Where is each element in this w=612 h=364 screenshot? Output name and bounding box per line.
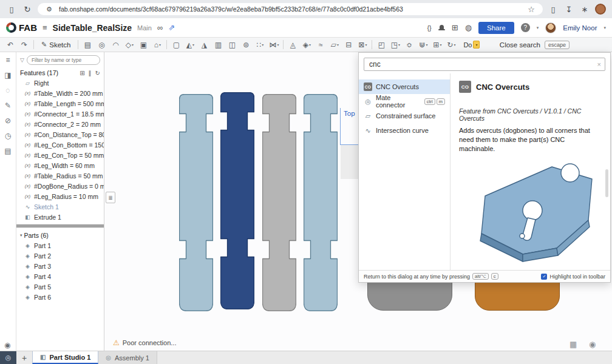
dialog-scrollbar[interactable] bbox=[605, 169, 608, 197]
toolbar-tool-button[interactable]: ≈ bbox=[314, 39, 327, 51]
toolbar-tool-button[interactable]: ▱▾ bbox=[328, 39, 341, 51]
toolbar-tool-button[interactable]: ⊟ bbox=[342, 39, 355, 51]
history-icon[interactable]: ◷ bbox=[5, 132, 11, 140]
part-leg-1[interactable] bbox=[179, 94, 213, 311]
redo-button[interactable]: ↷ bbox=[18, 39, 31, 51]
feature-item-right-plane[interactable]: ▱Right bbox=[16, 78, 104, 88]
browser-reload-icon[interactable]: ↻ bbox=[22, 5, 33, 14]
view-options-icon[interactable]: ▦ bbox=[570, 340, 577, 349]
feature-item-variable[interactable]: (x)#Leg_Radius = 10 mm bbox=[16, 191, 104, 201]
feature-item-extrude-1[interactable]: ◧Extrude 1 bbox=[16, 212, 104, 222]
undo-button[interactable]: ↶ bbox=[4, 39, 17, 51]
document-title[interactable]: SideTable_RealSize bbox=[53, 23, 132, 33]
toolbar-tool-button[interactable]: ◮ bbox=[197, 39, 211, 51]
sketch-button[interactable]: ✎ Sketch bbox=[36, 39, 75, 51]
main-menu-icon[interactable]: ≡ bbox=[42, 23, 47, 32]
help-button[interactable]: ? bbox=[521, 23, 530, 32]
browser-sidepanel-icon[interactable]: ▯ bbox=[6, 5, 17, 14]
toolbar-tool-button[interactable]: ▣ bbox=[137, 39, 150, 51]
toolbar-tool-button[interactable]: ◇▾ bbox=[123, 39, 136, 51]
feature-item-variable[interactable]: (x)#Leg_Con_Top = 50 mm bbox=[16, 150, 104, 160]
feature-item-variable[interactable]: (x)#Con_Distance_Top = 80 ... bbox=[16, 129, 104, 140]
parts-collapse-caret-icon[interactable]: ▾ bbox=[20, 233, 22, 238]
toolbar-tool-button[interactable]: ∷▾ bbox=[253, 39, 267, 51]
pause-regeneration-icon[interactable]: ∥ bbox=[89, 70, 92, 76]
search-result-intersection-curve[interactable]: ∿ Intersection curve bbox=[359, 123, 450, 138]
tab-split-icon[interactable]: ▯ bbox=[548, 5, 559, 14]
reference-manager-icon[interactable]: ⊘ bbox=[5, 116, 11, 125]
panels-icon[interactable]: ◨ bbox=[4, 71, 11, 79]
feature-filter-input[interactable] bbox=[27, 55, 100, 65]
browser-profile-avatar[interactable] bbox=[595, 4, 606, 15]
toolbar-tool-button[interactable]: ⊚ bbox=[239, 39, 253, 51]
help-caret-icon[interactable]: ▾ bbox=[537, 25, 539, 30]
part-leg-3[interactable] bbox=[262, 94, 296, 311]
highlight-tool-checkbox[interactable]: ✓ bbox=[541, 274, 547, 280]
user-avatar[interactable] bbox=[545, 22, 556, 33]
parts-header-row[interactable]: ▾ Parts (6) bbox=[16, 230, 104, 240]
url-bar[interactable]: ⚙ fab.onshape.com/documents/3cf68ac67979… bbox=[38, 3, 543, 15]
toolbar-tool-button[interactable]: ◎ bbox=[95, 39, 108, 51]
toolbar-tool-button[interactable]: ⊠▾ bbox=[356, 39, 369, 51]
close-search-button[interactable]: Close search bbox=[500, 41, 540, 49]
toolbar-tool-button[interactable]: ▤ bbox=[81, 39, 94, 51]
part-list-item[interactable]: ◈Part 1 bbox=[16, 240, 104, 251]
tab-part-studio-1[interactable]: ◧ Part Studio 1 bbox=[32, 351, 98, 364]
extensions-icon[interactable]: ∗ bbox=[579, 5, 590, 14]
resources-icon[interactable]: ◍ bbox=[465, 23, 472, 32]
feature-item-sketch-1[interactable]: ∿Sketch 1 bbox=[16, 201, 104, 212]
feature-item-variable[interactable]: (x)#Table_Length = 500 mm bbox=[16, 98, 104, 109]
part-list-item[interactable]: ◈Part 4 bbox=[16, 271, 104, 281]
share-button[interactable]: Share bbox=[478, 22, 514, 34]
toolbar-tool-button[interactable]: ◠ bbox=[109, 39, 122, 51]
feature-item-variable[interactable]: (x)#Connector_2 = 20 mm bbox=[16, 119, 104, 129]
part-list-item[interactable]: ◈Part 2 bbox=[16, 251, 104, 261]
feature-item-variable[interactable]: (x)#Table_Width = 200 mm bbox=[16, 88, 104, 98]
tab-assembly-1[interactable]: ◎ Assembly 1 bbox=[98, 351, 157, 364]
notes-icon[interactable]: ✎ bbox=[5, 101, 11, 110]
toolbar-tool-button[interactable]: ◰ bbox=[375, 39, 388, 51]
variables-table-flyout-button[interactable]: ≣ bbox=[106, 192, 115, 203]
apps-grid-icon[interactable]: ⊞ bbox=[452, 23, 458, 32]
download-icon[interactable]: ↧ bbox=[563, 5, 574, 14]
toolbar-tool-button[interactable]: ≎ bbox=[403, 39, 416, 51]
link-icon[interactable]: ∞ bbox=[157, 23, 163, 32]
featurescript-icon[interactable]: {} bbox=[427, 24, 431, 32]
feature-list-toggle-icon[interactable]: ≡ bbox=[5, 56, 10, 64]
rollback-bar[interactable] bbox=[16, 224, 104, 228]
search-result-cnc-overcuts[interactable]: CO CNC Overcuts bbox=[359, 79, 450, 94]
display-states-icon[interactable]: ◉ bbox=[589, 340, 596, 349]
toolbar-tool-button[interactable]: ⊞▾ bbox=[430, 39, 444, 51]
search-result-constrained-surface[interactable]: ▱ Constrained surface bbox=[359, 109, 450, 123]
user-name[interactable]: Emily Noor bbox=[563, 24, 597, 32]
user-menu-caret-icon[interactable]: ▾ bbox=[604, 25, 606, 30]
tool-search-input[interactable] bbox=[364, 58, 605, 71]
onshape-logo[interactable]: FAB bbox=[6, 22, 37, 33]
toolbar-tool-button[interactable]: ▢ bbox=[169, 39, 183, 51]
feature-item-variable[interactable]: (x)#Connector_1 = 18.5 mm bbox=[16, 109, 104, 119]
custom-features-dropdown[interactable]: Do ▾ bbox=[463, 41, 480, 49]
regenerate-icon[interactable]: ↻ bbox=[95, 70, 100, 76]
add-tab-button[interactable]: + bbox=[16, 351, 32, 364]
toolbar-tool-button[interactable]: ⋈▾ bbox=[267, 39, 280, 51]
part-leg-4[interactable] bbox=[304, 94, 338, 311]
toolbar-tool-button[interactable]: ◭▾ bbox=[183, 39, 197, 51]
toolbar-tool-button[interactable]: ◬ bbox=[286, 39, 299, 51]
toolbar-tool-button[interactable]: ▥ bbox=[211, 39, 225, 51]
performance-icon[interactable]: ◉ bbox=[4, 341, 10, 349]
toolbar-tool-button[interactable]: ◫ bbox=[225, 39, 239, 51]
highlight-tool-label[interactable]: Highlight tool in toolbar bbox=[549, 274, 605, 280]
insert-feature-icon[interactable]: ⊞ bbox=[80, 70, 84, 76]
search-tools-button[interactable]: ◎ bbox=[0, 351, 16, 364]
notifications-bell-icon[interactable] bbox=[438, 24, 445, 32]
clear-search-icon[interactable]: × bbox=[597, 61, 601, 68]
bom-icon[interactable]: ▤ bbox=[4, 147, 11, 155]
search-result-mate-connector[interactable]: ◎ Mate connector ctrl m bbox=[359, 94, 450, 109]
toolbar-tool-button[interactable]: ◈▾ bbox=[300, 39, 313, 51]
part-leg-2[interactable] bbox=[220, 92, 254, 309]
toolbar-tool-button[interactable]: ◳▾ bbox=[389, 39, 402, 51]
feature-item-variable[interactable]: (x)#Table_Radius = 50 mm bbox=[16, 170, 104, 181]
part-list-item[interactable]: ◈Part 3 bbox=[16, 261, 104, 271]
site-settings-icon[interactable]: ⚙ bbox=[44, 5, 55, 13]
part-list-item[interactable]: ◈Part 5 bbox=[16, 281, 104, 292]
